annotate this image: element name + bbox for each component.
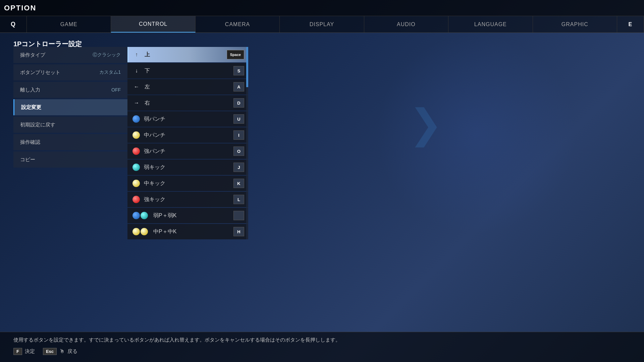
settings-change-button[interactable]: 設定変更 xyxy=(13,99,127,115)
key-badge-right: D xyxy=(233,98,244,108)
mouse-icon: 🖱 xyxy=(59,348,65,354)
decorative-chevron: ❯ xyxy=(409,101,443,147)
key-badge-weak-kick: J xyxy=(233,163,244,172)
hold-input-button[interactable]: 離し入力 OFF xyxy=(13,82,127,98)
tab-display[interactable]: DISPLAY xyxy=(280,16,364,33)
action-strong-punch: 強パンチ xyxy=(143,148,233,155)
key-badge-down: S xyxy=(233,66,244,75)
reset-defaults-button[interactable]: 初期設定に戻す xyxy=(13,117,127,133)
key-row-strong-kick[interactable]: 強キック L xyxy=(127,192,248,207)
esc-key-badge: Esc xyxy=(43,348,57,355)
action-med-punch: 中パンチ xyxy=(143,132,233,139)
tab-graphic[interactable]: GRAPHIC xyxy=(533,16,617,33)
key-row-med-kick[interactable]: 中キック K xyxy=(127,176,248,191)
key-badge-mp-mk: H xyxy=(233,227,244,236)
circle-yellow3-icon xyxy=(132,228,140,235)
arrow-right-icon: → xyxy=(132,99,141,107)
operation-type-button[interactable]: 操作タイプ Ⓒクラシック xyxy=(13,47,127,63)
tab-language[interactable]: LANGUAGE xyxy=(448,16,533,33)
circle-yellow-icon xyxy=(132,131,140,139)
dual-circles-yellow xyxy=(132,228,151,235)
key-row-left[interactable]: ← 左 A xyxy=(127,79,248,95)
action-weak-punch: 弱パンチ xyxy=(143,116,233,123)
arrow-up-icon: ↑ xyxy=(132,51,141,59)
hold-input-value: OFF xyxy=(111,87,121,93)
right-panel: ↑ 上 Space ↓ 下 S ← 左 A → 右 D 弱パンチ U xyxy=(127,47,248,240)
circle-cyan-icon xyxy=(132,164,140,171)
operation-type-label: 操作タイプ xyxy=(20,52,45,58)
key-row-wp-wk[interactable]: 弱P＋弱K xyxy=(127,208,248,223)
button-preset-value: カスタム1 xyxy=(99,69,121,75)
key-row-up[interactable]: ↑ 上 Space xyxy=(127,47,248,62)
bottom-controls: F 決定 Esc 🖱 戻る xyxy=(13,348,631,355)
key-row-strong-punch[interactable]: 強パンチ O xyxy=(127,143,248,159)
back-label: 戻る xyxy=(67,348,77,355)
key-badge-strong-punch: O xyxy=(233,146,244,156)
settings-change-label: 設定変更 xyxy=(21,104,41,111)
circle-red2-icon xyxy=(132,196,140,203)
hold-input-label: 離し入力 xyxy=(20,87,40,93)
circle-cyan2-icon xyxy=(141,212,148,219)
action-wp-wk: 弱P＋弱K xyxy=(152,212,233,219)
key-row-down[interactable]: ↓ 下 S xyxy=(127,63,248,78)
bottom-bar: 使用するボタンを設定できます。すでに決まっているボタンがあれば入れ替えます。ボタ… xyxy=(0,332,644,362)
operation-type-value: Ⓒクラシック xyxy=(93,52,121,58)
confirm-operation-label: 操作確認 xyxy=(20,139,40,145)
confirm-hint: F 決定 xyxy=(13,348,35,355)
arrow-left-icon: ← xyxy=(132,83,141,91)
reset-defaults-label: 初期設定に戻す xyxy=(20,122,55,128)
confirm-operation-button[interactable]: 操作確認 xyxy=(13,134,127,150)
tab-control[interactable]: CONTROL xyxy=(111,16,195,33)
key-badge-wp-wk xyxy=(233,211,244,220)
key-row-mp-mk[interactable]: 中P＋中K H xyxy=(127,224,248,239)
action-left: 左 xyxy=(143,83,233,90)
circle-yellow4-icon xyxy=(141,228,148,235)
tab-e[interactable]: E xyxy=(617,16,644,33)
tab-audio[interactable]: AUDIO xyxy=(364,16,448,33)
button-preset-button[interactable]: ボタンプリセット カスタム1 xyxy=(13,64,127,80)
key-row-med-punch[interactable]: 中パンチ I xyxy=(127,127,248,143)
action-down: 下 xyxy=(143,67,233,74)
scrollbar-thumb[interactable] xyxy=(246,47,248,87)
circle-blue-icon xyxy=(132,115,140,123)
key-badge-up: Space xyxy=(227,50,244,59)
key-badge-med-kick: K xyxy=(233,179,244,188)
tab-q[interactable]: Q xyxy=(0,16,27,33)
key-row-weak-punch[interactable]: 弱パンチ U xyxy=(127,111,248,127)
key-badge-weak-punch: U xyxy=(233,114,244,124)
circle-yellow2-icon xyxy=(132,180,140,187)
button-preset-label: ボタンプリセット xyxy=(20,69,60,76)
circle-red-icon xyxy=(132,147,140,155)
action-up: 上 xyxy=(143,51,227,58)
app-title: OPTION xyxy=(4,4,36,12)
key-badge-med-punch: I xyxy=(233,130,244,140)
confirm-label: 決定 xyxy=(25,348,35,355)
back-hint: Esc 🖱 戻る xyxy=(43,348,77,355)
circle-blue3-icon xyxy=(132,212,140,219)
action-strong-kick: 強キック xyxy=(143,196,233,203)
top-bar: OPTION xyxy=(0,0,644,16)
copy-label: コピー xyxy=(20,157,35,163)
left-panel: 操作タイプ Ⓒクラシック ボタンプリセット カスタム1 離し入力 OFF 設定変… xyxy=(13,47,127,169)
arrow-down-icon: ↓ xyxy=(132,67,141,75)
action-mp-mk: 中P＋中K xyxy=(152,228,233,235)
key-badge-strong-kick: L xyxy=(233,195,244,204)
action-med-kick: 中キック xyxy=(143,180,233,187)
copy-button[interactable]: コピー xyxy=(13,152,127,168)
dual-circles-blue-cyan xyxy=(132,212,151,219)
f-key-badge: F xyxy=(13,348,22,355)
action-right: 右 xyxy=(143,100,233,107)
bottom-hint: 使用するボタンを設定できます。すでに決まっているボタンがあれば入れ替えます。ボタ… xyxy=(13,336,631,344)
action-weak-kick: 弱キック xyxy=(143,164,233,171)
tab-game[interactable]: GAME xyxy=(27,16,111,33)
key-row-weak-kick[interactable]: 弱キック J xyxy=(127,160,248,175)
nav-tabs: Q GAME CONTROL CAMERA DISPLAY AUDIO LANG… xyxy=(0,16,644,33)
key-row-right[interactable]: → 右 D xyxy=(127,95,248,111)
key-badge-left: A xyxy=(233,82,244,92)
tab-camera[interactable]: CAMERA xyxy=(196,16,280,33)
scrollbar-track[interactable] xyxy=(246,47,248,239)
